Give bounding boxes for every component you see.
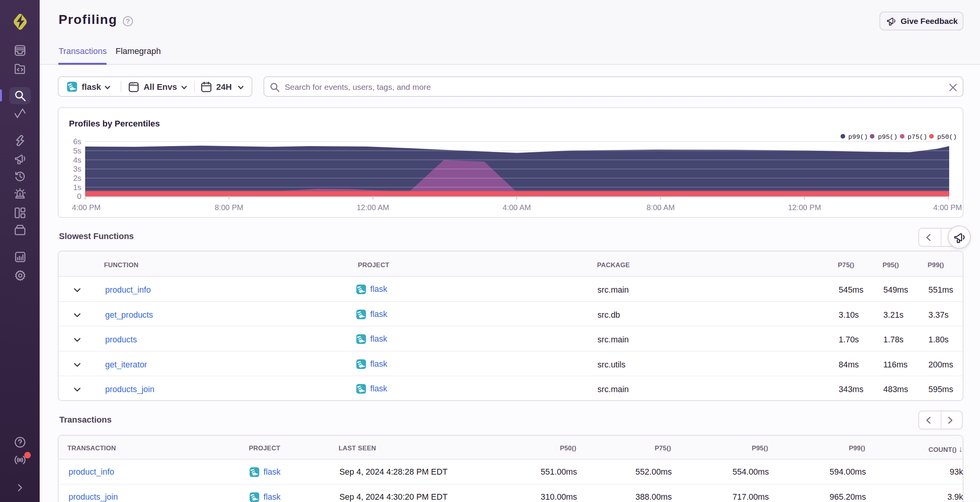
svg-text:p95(): p95()	[878, 133, 898, 141]
svg-text:4s: 4s	[73, 156, 81, 164]
svg-text:4:00 PM: 4:00 PM	[72, 203, 101, 212]
svg-text:2s: 2s	[73, 174, 81, 182]
svg-text:0: 0	[77, 192, 81, 200]
svg-text:p99(): p99()	[848, 133, 868, 141]
svg-text:8:00 PM: 8:00 PM	[215, 203, 243, 212]
svg-text:1s: 1s	[73, 183, 81, 192]
svg-text:6s: 6s	[73, 137, 81, 146]
svg-text:12:00 PM: 12:00 PM	[788, 203, 821, 212]
svg-text:4:00 PM: 4:00 PM	[933, 203, 962, 212]
svg-text:5s: 5s	[73, 147, 81, 155]
svg-text:4:00 AM: 4:00 AM	[503, 203, 531, 212]
svg-text:p50(): p50()	[937, 133, 957, 141]
svg-text:12:00 AM: 12:00 AM	[357, 203, 389, 212]
svg-text:8:00 AM: 8:00 AM	[646, 203, 675, 212]
svg-text:p75(): p75()	[908, 133, 927, 141]
svg-text:3s: 3s	[73, 165, 81, 173]
